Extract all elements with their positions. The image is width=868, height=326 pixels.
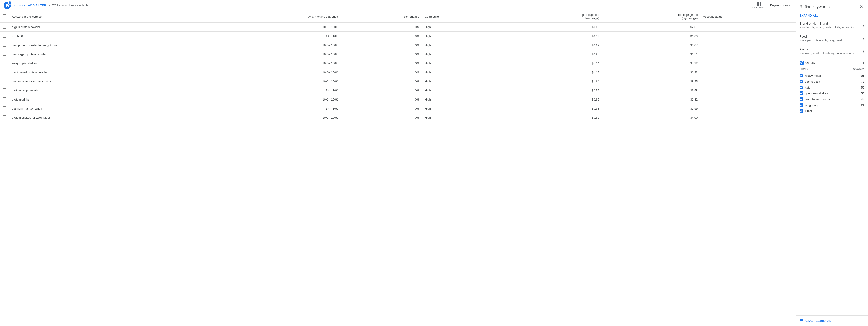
row-checkbox[interactable] (3, 52, 6, 56)
row-checkbox-cell[interactable] (0, 50, 9, 59)
col-competition: Competition (422, 11, 503, 22)
refine-section-header[interactable]: Flavor chocolate, vanilla, strawberry, b… (800, 48, 864, 55)
row-keyword: protein supplements (9, 86, 205, 95)
list-item: pregnancy 24 (800, 102, 864, 108)
columns-button[interactable]: COLUMNS (752, 2, 765, 9)
row-checkbox-cell[interactable] (0, 95, 9, 104)
row-yoy: 0% (341, 22, 422, 32)
row-checkbox-cell[interactable] (0, 77, 9, 86)
refine-section: Food whey, pea protein, milk, dairy, mea… (796, 32, 868, 45)
others-row-left: goodness shakes (800, 91, 828, 95)
panel-title: Refine keywords (800, 4, 830, 9)
refine-section-header[interactable]: Food whey, pea protein, milk, dairy, mea… (800, 35, 864, 42)
others-item-count: 73 (861, 80, 864, 83)
keyword-view-button[interactable]: Keyword view ▾ (768, 2, 792, 8)
select-all-header[interactable] (0, 11, 9, 22)
row-checkbox[interactable] (3, 88, 6, 92)
row-top-bid-low: $0.96 (503, 113, 602, 122)
others-item-checkbox[interactable] (800, 86, 803, 89)
others-row-left: pregnancy (800, 103, 819, 107)
table-row: weight gain shakes 10K – 100K 0% High $1… (0, 59, 796, 68)
row-competition: High (422, 22, 503, 32)
logo: 1 (4, 2, 11, 9)
row-account-status (700, 22, 796, 32)
list-item: sports plant 73 (800, 79, 864, 84)
others-checkbox[interactable] (800, 61, 804, 65)
others-item-label: pregnancy (805, 104, 819, 107)
close-button[interactable]: ✕ (858, 4, 864, 10)
row-checkbox-cell[interactable] (0, 104, 9, 113)
others-item-count: 3 (863, 109, 864, 113)
table-row: plant based protein powder 10K – 100K 0%… (0, 68, 796, 77)
row-checkbox[interactable] (3, 79, 6, 83)
table-row: orgain protein powder 10K – 100K 0% High… (0, 22, 796, 32)
row-avg-monthly: 10K – 100K (205, 50, 341, 59)
others-row-left: Other (800, 109, 812, 113)
row-checkbox[interactable] (3, 34, 6, 37)
panel-header: Refine keywords ✕ (796, 0, 868, 12)
row-keyword: best protein powder for weight loss (9, 41, 205, 50)
right-panel: Refine keywords ✕ EXPAND ALL Brand or No… (796, 0, 868, 326)
row-checkbox[interactable] (3, 70, 6, 74)
row-keyword: weight gain shakes (9, 59, 205, 68)
others-item-checkbox[interactable] (800, 109, 803, 113)
row-checkbox[interactable] (3, 106, 6, 110)
row-keyword: best vegan protein powder (9, 50, 205, 59)
row-account-status (700, 95, 796, 104)
others-item-checkbox[interactable] (800, 103, 803, 107)
others-item-label: heavy metals (805, 74, 822, 77)
col-yoy: YoY change (341, 11, 422, 22)
col-account-status-label: Account status (703, 15, 722, 18)
row-top-bid-low: $0.52 (503, 32, 602, 41)
row-checkbox-cell[interactable] (0, 41, 9, 50)
expand-all-button[interactable]: EXPAND ALL (796, 12, 868, 19)
table-row: best meal replacement shakes 10K – 100K … (0, 77, 796, 86)
refine-section-header[interactable]: Brand or Non-Brand Non-Brands, orgain, g… (800, 22, 864, 29)
others-row-left: plant based muscle (800, 97, 830, 101)
row-top-bid-low: $1.13 (503, 68, 602, 77)
col-top-bid-high-label: Top of page bid(high range) (677, 13, 698, 20)
others-chevron-up-icon[interactable]: ▴ (863, 60, 864, 65)
refine-section-text: Flavor chocolate, vanilla, strawberry, b… (800, 48, 856, 55)
add-filter-button[interactable]: ADD FILTER (28, 4, 46, 7)
row-checkbox[interactable] (3, 25, 6, 29)
others-item-checkbox[interactable] (800, 97, 803, 101)
row-top-bid-high: $3.07 (602, 41, 701, 50)
row-account-status (700, 104, 796, 113)
row-keyword: orgain protein powder (9, 22, 205, 32)
row-checkbox[interactable] (3, 97, 6, 101)
feedback-label: GIVE FEEDBACK (805, 319, 831, 323)
col-avg-monthly-label: Avg. monthly searches (308, 15, 338, 18)
give-feedback-button[interactable]: GIVE FEEDBACK (796, 315, 868, 326)
others-item-checkbox[interactable] (800, 74, 803, 77)
others-item-count: 59 (861, 86, 864, 89)
others-item-checkbox[interactable] (800, 80, 803, 83)
others-title-row: Others (800, 61, 815, 65)
row-checkbox-cell[interactable] (0, 113, 9, 122)
row-checkbox-cell[interactable] (0, 59, 9, 68)
others-title: Others (805, 61, 815, 64)
col-yoy-label: YoY change (404, 15, 419, 18)
col-competition-label: Competition (425, 15, 440, 18)
row-avg-monthly: 10K – 100K (205, 77, 341, 86)
row-avg-monthly: 10K – 100K (205, 22, 341, 32)
row-avg-monthly: 10K – 100K (205, 68, 341, 77)
others-item-checkbox[interactable] (800, 91, 803, 95)
table-row: optimum nutrition whey 1K – 10K 0% High … (0, 104, 796, 113)
row-competition: High (422, 68, 503, 77)
others-rows: heavy metals 201 sports plant 73 keto 59… (800, 73, 864, 114)
row-checkbox[interactable] (3, 115, 6, 119)
row-checkbox[interactable] (3, 61, 6, 65)
select-all-checkbox[interactable] (3, 15, 6, 18)
col-keyword: Keyword (by relevance) (9, 11, 205, 22)
row-avg-monthly: 1K – 10K (205, 86, 341, 95)
row-checkbox-cell[interactable] (0, 32, 9, 41)
row-checkbox-cell[interactable] (0, 68, 9, 77)
row-checkbox-cell[interactable] (0, 86, 9, 95)
more-filter-link[interactable]: + 1 more (13, 4, 25, 7)
columns-label: COLUMNS (752, 6, 765, 9)
row-checkbox-cell[interactable] (0, 22, 9, 32)
row-avg-monthly: 10K – 100K (205, 41, 341, 50)
row-checkbox[interactable] (3, 43, 6, 47)
row-keyword: best meal replacement shakes (9, 77, 205, 86)
